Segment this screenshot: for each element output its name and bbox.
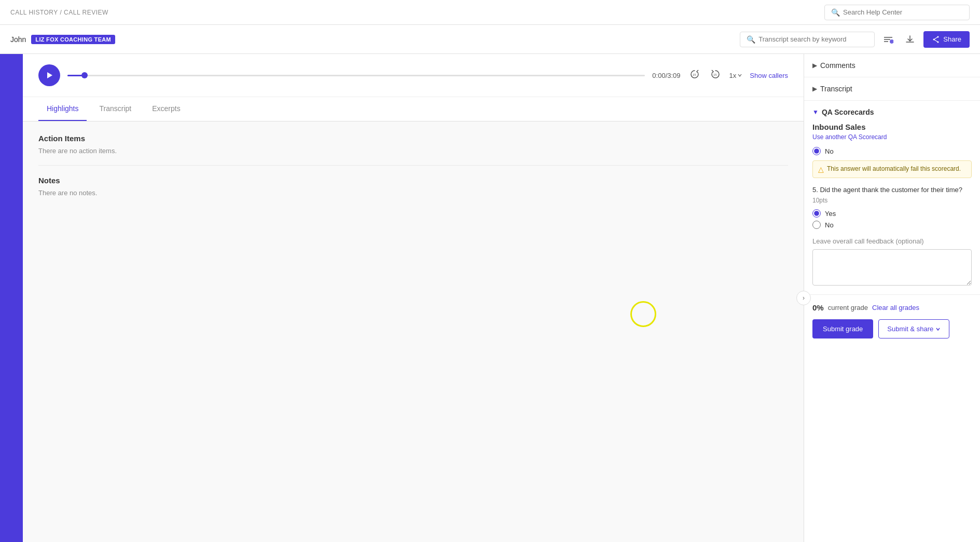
forward-button[interactable]: 15 bbox=[709, 67, 722, 84]
add-filter-button[interactable] bbox=[880, 31, 896, 48]
radio-no-q5-option[interactable]: No bbox=[812, 221, 972, 229]
sub-header: John LIZ FOX COACHING TEAM 🔍 bbox=[0, 25, 980, 54]
speed-button[interactable]: 1x bbox=[729, 72, 743, 79]
tab-highlights[interactable]: Highlights bbox=[38, 97, 87, 121]
add-filter-icon bbox=[883, 34, 893, 45]
svg-line-10 bbox=[934, 39, 938, 42]
comments-arrow-icon: ▶ bbox=[812, 62, 817, 69]
question-5: 5. Did the agent thank the customer for … bbox=[812, 185, 972, 195]
feedback-label: Leave overall call feedback (optional) bbox=[812, 237, 972, 245]
transcript-search-input[interactable] bbox=[758, 35, 868, 43]
download-icon bbox=[905, 34, 915, 45]
comments-label: Comments bbox=[820, 61, 855, 70]
progress-track bbox=[67, 75, 645, 76]
radio-no-q5-label: No bbox=[825, 221, 834, 229]
radio-no-option[interactable]: No bbox=[812, 147, 972, 155]
share-label: Share bbox=[943, 35, 961, 43]
breadcrumb: CALL HISTORY / CALL REVIEW bbox=[10, 9, 108, 16]
search-icon: 🔍 bbox=[831, 8, 840, 17]
submit-share-button[interactable]: Submit & share bbox=[878, 319, 949, 338]
current-grade-label: current grade bbox=[828, 304, 868, 311]
progress-bar-container[interactable] bbox=[67, 75, 645, 76]
search-help-container[interactable]: 🔍 bbox=[824, 5, 970, 20]
qa-scorecards-section: ▼ QA Scorecards Inbound Sales Use anothe… bbox=[804, 101, 980, 294]
download-button[interactable] bbox=[902, 31, 918, 48]
divider bbox=[38, 165, 788, 166]
tab-transcript[interactable]: Transcript bbox=[91, 97, 140, 121]
show-callers-label: Show callers bbox=[750, 72, 788, 79]
user-name: John bbox=[10, 35, 26, 44]
radio-no-q5-input[interactable] bbox=[812, 221, 821, 229]
team-badge: LIZ FOX COACHING TEAM bbox=[31, 35, 115, 44]
play-icon bbox=[46, 72, 53, 79]
notes-title: Notes bbox=[38, 176, 788, 185]
qa-arrow-icon: ▼ bbox=[812, 109, 819, 116]
current-grade: 0% current grade Clear all grades bbox=[812, 303, 972, 312]
share-icon bbox=[932, 35, 940, 44]
transcript-arrow-icon: ▶ bbox=[812, 85, 817, 92]
chevron-down-icon bbox=[737, 73, 742, 78]
clear-grades-button[interactable]: Clear all grades bbox=[872, 304, 919, 311]
svg-text:15: 15 bbox=[713, 73, 717, 76]
radio-yes-input[interactable] bbox=[812, 209, 821, 218]
radio-group-no: No bbox=[812, 147, 972, 155]
warning-icon: △ bbox=[818, 165, 824, 173]
warning-text: This answer will automatically fail this… bbox=[827, 165, 961, 172]
content-area: Action Items There are no action items. … bbox=[23, 121, 804, 209]
warning-box: △ This answer will automatically fail th… bbox=[812, 160, 972, 178]
comments-section: ▶ Comments bbox=[804, 54, 980, 77]
qa-question5-answers: Yes No bbox=[812, 209, 972, 229]
tab-excerpts[interactable]: Excerpts bbox=[144, 97, 188, 121]
chevron-down-submit-icon bbox=[935, 327, 941, 332]
rewind-button[interactable]: 15 bbox=[688, 67, 701, 84]
progress-thumb bbox=[81, 72, 88, 78]
tabs-container: Highlights Transcript Excerpts bbox=[23, 97, 804, 121]
transcript-section: ▶ Transcript bbox=[804, 77, 980, 101]
radio-no-input[interactable] bbox=[812, 147, 821, 155]
main-content: 0:00/3:09 15 15 1x bbox=[23, 54, 804, 542]
search-help-input[interactable] bbox=[843, 8, 963, 16]
transcript-header[interactable]: ▶ Transcript bbox=[812, 85, 972, 93]
qa-scorecards-header[interactable]: ▼ QA Scorecards bbox=[812, 108, 972, 116]
transcript-label: Transcript bbox=[820, 85, 852, 93]
play-button[interactable] bbox=[38, 64, 60, 86]
grade-percent: 0% bbox=[812, 303, 824, 312]
speed-label: 1x bbox=[729, 72, 737, 79]
submit-share-label: Submit & share bbox=[887, 325, 933, 333]
rewind-icon: 15 bbox=[689, 69, 700, 80]
svg-marker-11 bbox=[47, 72, 52, 78]
collapse-panel-button[interactable]: › bbox=[796, 291, 811, 305]
svg-text:15: 15 bbox=[693, 73, 696, 76]
audio-player: 0:00/3:09 15 15 1x bbox=[23, 54, 804, 97]
radio-yes-option[interactable]: Yes bbox=[812, 209, 972, 218]
qa-scorecards-label: QA Scorecards bbox=[822, 108, 874, 116]
radio-no-label: No bbox=[825, 147, 834, 155]
left-sidebar bbox=[0, 54, 23, 542]
action-items-empty: There are no action items. bbox=[38, 147, 788, 155]
use-another-scorecard-link[interactable]: Use another QA Scorecard bbox=[812, 133, 972, 141]
sub-header-left: John LIZ FOX COACHING TEAM bbox=[10, 35, 115, 44]
feedback-textarea[interactable] bbox=[812, 249, 972, 286]
grade-footer: 0% current grade Clear all grades Submit… bbox=[804, 294, 980, 347]
player-controls: 0:00/3:09 15 15 1x bbox=[38, 64, 788, 86]
top-nav: CALL HISTORY / CALL REVIEW 🔍 bbox=[0, 0, 980, 25]
comments-header[interactable]: ▶ Comments bbox=[812, 61, 972, 70]
radio-yes-label: Yes bbox=[825, 210, 836, 218]
scorecard-name: Inbound Sales bbox=[812, 123, 972, 131]
share-button[interactable]: Share bbox=[923, 31, 970, 48]
svg-line-9 bbox=[934, 37, 938, 39]
notes-empty: There are no notes. bbox=[38, 189, 788, 197]
main-layout: 0:00/3:09 15 15 1x bbox=[0, 54, 980, 542]
submit-grade-button[interactable]: Submit grade bbox=[812, 319, 873, 338]
sub-header-right: 🔍 bbox=[740, 31, 970, 48]
action-items-title: Action Items bbox=[38, 134, 788, 143]
show-callers-button[interactable]: Show callers bbox=[750, 72, 788, 79]
question-5-points: 10pts bbox=[812, 197, 972, 204]
forward-icon: 15 bbox=[710, 69, 721, 80]
transcript-search-container[interactable]: 🔍 bbox=[740, 32, 875, 47]
transcript-search-icon: 🔍 bbox=[747, 35, 755, 44]
right-panel: ▶ Comments ▶ Transcript ▼ QA Scorecards … bbox=[804, 54, 980, 542]
time-display: 0:00/3:09 bbox=[652, 72, 680, 79]
submit-buttons: Submit grade Submit & share bbox=[812, 319, 972, 338]
